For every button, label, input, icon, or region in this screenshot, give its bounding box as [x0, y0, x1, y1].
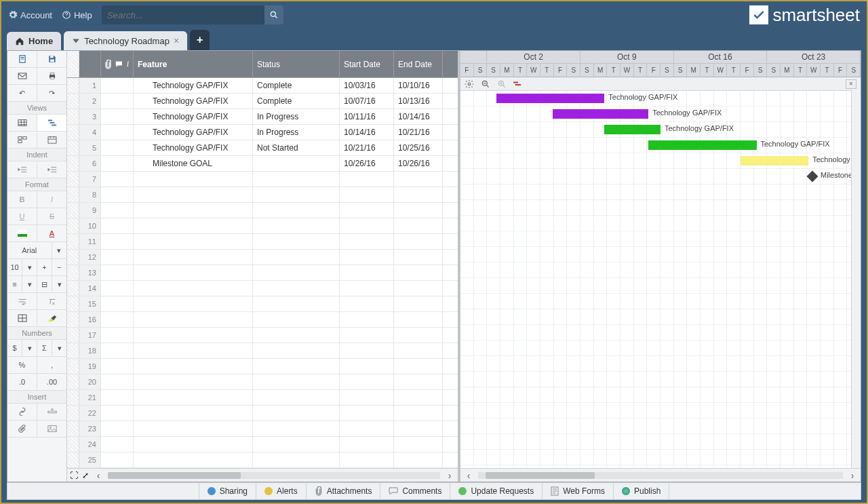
col-start[interactable]: Start Date: [340, 51, 394, 77]
table-row[interactable]: 15: [67, 296, 458, 312]
cell-start[interactable]: 10/14/16: [340, 125, 394, 140]
gantt-bar[interactable]: [604, 125, 660, 134]
cell-feature[interactable]: Technology GAP/FIX: [134, 125, 253, 140]
expand-icon[interactable]: ⛶: [70, 471, 78, 480]
gantt-close-button[interactable]: ×: [846, 79, 856, 89]
update-requests-button[interactable]: Update Requests: [450, 483, 542, 499]
cell-end[interactable]: [394, 250, 443, 265]
cell-end[interactable]: [394, 390, 443, 405]
fontsize-inc[interactable]: +: [37, 259, 52, 275]
gscroll-right[interactable]: ›: [847, 470, 858, 481]
gantt-bar[interactable]: [741, 156, 808, 166]
table-row[interactable]: 8: [67, 187, 458, 203]
cell-feature[interactable]: Technology GAP/FIX: [134, 140, 253, 155]
cell-end[interactable]: 10/10/16: [394, 78, 443, 93]
cell-end[interactable]: [394, 452, 443, 467]
cell-end[interactable]: [394, 265, 443, 280]
table-row[interactable]: 18: [67, 343, 458, 359]
cell-start[interactable]: [340, 265, 394, 280]
cell-end[interactable]: [394, 312, 443, 327]
scroll-right[interactable]: ›: [444, 470, 455, 481]
table-row[interactable]: 6 Milestone GOAL 10/26/16 10/26/16: [67, 156, 458, 172]
cell-feature[interactable]: [134, 234, 253, 249]
cell-status[interactable]: [253, 390, 340, 405]
tab-close-button[interactable]: ×: [174, 35, 179, 46]
cell-status[interactable]: [253, 265, 340, 280]
cell-start[interactable]: [340, 343, 394, 358]
cell-status[interactable]: Complete: [253, 78, 340, 93]
cell-start[interactable]: 10/07/16: [340, 94, 394, 109]
cell-end[interactable]: 10/25/16: [394, 140, 443, 155]
account-link[interactable]: Account: [8, 10, 52, 20]
cell-end[interactable]: [394, 421, 443, 436]
fontsize-select[interactable]: 10: [7, 259, 22, 275]
table-row[interactable]: 20: [67, 374, 458, 390]
table-row[interactable]: 22: [67, 406, 458, 421]
table-row[interactable]: 2 Technology GAP/FIX Complete 10/07/16 1…: [67, 94, 458, 109]
borders-button[interactable]: [7, 310, 37, 326]
cell-status[interactable]: Complete: [253, 94, 340, 109]
cell-feature[interactable]: [134, 250, 253, 265]
cell-start[interactable]: [340, 281, 394, 296]
cell-start[interactable]: 10/11/16: [340, 109, 394, 124]
cell-status[interactable]: [253, 218, 340, 233]
dec-dec-button[interactable]: .00: [37, 374, 66, 390]
valign-button[interactable]: ⊟: [37, 276, 52, 292]
help-link[interactable]: Help: [62, 10, 92, 20]
undo-button[interactable]: ↶: [7, 85, 37, 101]
cell-feature[interactable]: [134, 187, 253, 202]
print-button[interactable]: [37, 68, 66, 84]
textcolor-button[interactable]: A: [37, 225, 66, 241]
table-row[interactable]: 12: [67, 250, 458, 265]
cell-start[interactable]: [340, 312, 394, 327]
comments-button[interactable]: Comments: [380, 483, 450, 499]
calendar-view-button[interactable]: [37, 132, 66, 148]
italic-button[interactable]: I: [37, 191, 66, 208]
cell-end[interactable]: [394, 437, 443, 452]
new-note-button[interactable]: [7, 51, 37, 67]
percent-button[interactable]: %: [7, 357, 37, 373]
cell-status[interactable]: [253, 250, 340, 265]
cell-feature[interactable]: [134, 390, 253, 405]
cell-feature[interactable]: [134, 328, 253, 343]
dec-inc-button[interactable]: .0: [7, 374, 37, 390]
insert-link-button[interactable]: [7, 404, 37, 420]
currency-button[interactable]: $: [7, 340, 22, 356]
fullscreen-icon[interactable]: ⤢: [82, 471, 89, 480]
cell-status[interactable]: [253, 359, 340, 374]
cell-start[interactable]: [340, 406, 394, 421]
search-button[interactable]: [264, 5, 283, 24]
cell-feature[interactable]: [134, 452, 253, 467]
cell-feature[interactable]: [134, 437, 253, 452]
cell-feature[interactable]: [134, 359, 253, 374]
cell-status[interactable]: [253, 406, 340, 421]
cell-status[interactable]: [253, 421, 340, 436]
outdent-button[interactable]: [7, 161, 37, 178]
cell-end[interactable]: [394, 406, 443, 421]
insert-image-button[interactable]: [37, 421, 66, 437]
insert-row-button[interactable]: [37, 404, 66, 420]
table-row[interactable]: 14: [67, 281, 458, 296]
cell-feature[interactable]: Technology GAP/FIX: [134, 109, 253, 124]
table-row[interactable]: 10: [67, 218, 458, 234]
tab-add-button[interactable]: +: [190, 30, 210, 50]
cell-status[interactable]: [253, 374, 340, 389]
grid-view-button[interactable]: [7, 115, 37, 131]
gantt-vscroll[interactable]: [851, 90, 861, 468]
cell-status[interactable]: [253, 343, 340, 358]
cell-start[interactable]: [340, 359, 394, 374]
cell-feature[interactable]: [134, 203, 253, 218]
cell-feature[interactable]: [134, 312, 253, 327]
wrap-button[interactable]: [7, 293, 37, 309]
col-status[interactable]: Status: [253, 51, 340, 77]
milestone-diamond[interactable]: [807, 171, 818, 182]
alerts-button[interactable]: Alerts: [256, 483, 307, 499]
webforms-button[interactable]: Web Forms: [542, 483, 614, 499]
cell-feature[interactable]: [134, 296, 253, 311]
cell-end[interactable]: [394, 328, 443, 343]
table-row[interactable]: 9: [67, 203, 458, 218]
strike-button[interactable]: S: [37, 208, 66, 225]
highlight-button[interactable]: [37, 310, 66, 326]
cell-status[interactable]: [253, 156, 340, 171]
cell-end[interactable]: 10/14/16: [394, 109, 443, 124]
